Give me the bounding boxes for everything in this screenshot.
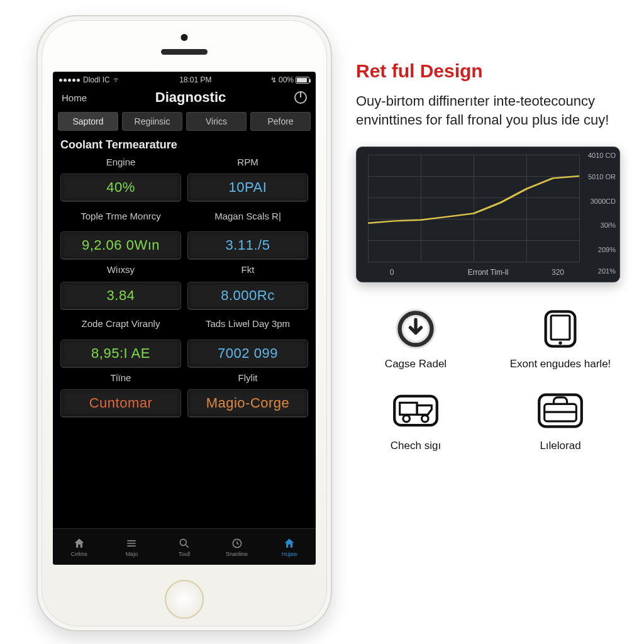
metric-value[interactable]: 40% (60, 174, 181, 201)
metric-label: Zode Crapt Viranly (60, 313, 181, 336)
tabbar-item-clock[interactable]: Snanline (211, 529, 264, 565)
tab-pefore[interactable]: Pefore (250, 112, 311, 131)
tabbar-label: Hujaw (282, 551, 297, 557)
house-icon (73, 537, 86, 550)
tabbar-item-home2[interactable]: Hujaw (263, 529, 316, 565)
power-icon[interactable] (294, 91, 307, 104)
metric-label: Magan Scals R| (187, 205, 308, 228)
section-heading: Coolant Termearature (53, 131, 316, 155)
feature-label: Chech sigı (391, 440, 441, 452)
y-tick: 209% (598, 246, 616, 253)
metric-label: Flylit (187, 371, 308, 386)
chart-panel: 4010 CO 5010 OR 3000CD 30i% 209% 201% 0 … (356, 147, 620, 282)
tabbar-label: Toull (179, 551, 191, 557)
metric-label: Wiıxsy (60, 263, 181, 277)
x-tick: 320 (552, 268, 564, 277)
svg-point-9 (403, 415, 410, 422)
feature-label: Exont engudes harle! (510, 358, 611, 370)
marketing-column: Ret ful Design Ouy-birtom diffinerıter i… (356, 60, 620, 452)
house-icon (283, 537, 296, 550)
blurb: Ouy-birtom diffinerıter inte-teotecouncy… (356, 92, 620, 129)
camera-dot (181, 34, 188, 41)
phone-frame: Dlodl IC ᯤ 18:01 PM ↯ 00% Home Diagnosti… (36, 15, 332, 631)
metric-value[interactable]: 8,95:I AE (60, 340, 181, 367)
clock-icon (231, 537, 243, 550)
speaker-slit (161, 49, 208, 55)
metric-value[interactable]: Magio-Corge (187, 389, 308, 417)
metric-value[interactable]: 7002 099 (187, 340, 308, 367)
metric-label: Fkt (187, 263, 308, 277)
segment-tabs: Saptord Regiinsic Virics Pefore (53, 112, 316, 131)
svg-point-6 (558, 341, 562, 345)
metric-label: Tads Liwel Day 3pm (187, 313, 308, 336)
metric-value[interactable]: 10PAI (187, 174, 308, 201)
home-button[interactable] (165, 580, 204, 619)
carrier-label: Dlodl IC (83, 75, 110, 84)
status-bar: Dlodl IC ᯤ 18:01 PM ↯ 00% (53, 72, 316, 86)
y-tick: 201% (598, 267, 616, 275)
battery-icon (296, 77, 309, 84)
feature-label: Cagse Radel (385, 358, 447, 370)
features-grid: Cagse Radel Exont engudes harle! Chech s… (356, 305, 620, 452)
tab-virics[interactable]: Virics (186, 112, 247, 131)
feature-item: Cagse Radel (356, 305, 475, 370)
headline: Ret ful Design (356, 60, 620, 82)
metric-value[interactable]: 9,2.06 0Wın (60, 231, 181, 259)
wifi-icon: ᯤ (113, 75, 121, 84)
page-title: Diagnostic (155, 89, 226, 106)
svg-rect-5 (551, 316, 570, 340)
x-tick: 0 (390, 268, 394, 277)
metric-label: Engine (60, 155, 181, 170)
truck-icon (392, 387, 440, 435)
svg-rect-8 (400, 402, 417, 414)
metric-label: Tiïne (60, 371, 181, 386)
tabbar-item-menu[interactable]: Majo (106, 529, 158, 565)
metric-value[interactable]: Cuntomar (60, 389, 181, 417)
clock: 18:01 PM (179, 75, 211, 84)
chart-line (368, 155, 579, 262)
metric-value[interactable]: 3.84 (60, 282, 181, 309)
signal-dots-icon (59, 79, 80, 82)
menu-icon (125, 537, 138, 550)
metric-value[interactable]: 3.11./5 (187, 231, 308, 259)
tabbar-item-search[interactable]: Toull (158, 529, 211, 565)
y-tick: 30i% (601, 221, 616, 229)
metric-label: RPM (187, 155, 308, 170)
feature-item: Lılelorad (501, 387, 620, 452)
nav-bar: Home Diagnostic (53, 86, 316, 112)
download-circle-icon (392, 305, 440, 353)
y-tick: 4010 CO (588, 152, 616, 159)
y-tick: 3000CD (591, 197, 616, 205)
y-tick: 5010 OR (588, 173, 616, 180)
briefcase-icon (536, 387, 584, 435)
tabbar-label: Snanline (226, 551, 248, 557)
battery-glyph-icon: ↯ (270, 75, 277, 84)
app-screen: Dlodl IC ᯤ 18:01 PM ↯ 00% Home Diagnosti… (53, 72, 316, 565)
feature-label: Lılelorad (540, 440, 580, 452)
tablet-icon (536, 305, 584, 353)
feature-item: Exont engudes harle! (501, 305, 620, 370)
tabbar-label: Cırkns (71, 551, 87, 557)
x-axis-label: Erront Tim-ll (468, 268, 509, 277)
metrics-grid: Engine RPM 40% 10PAI Tople Trme Monrcy M… (53, 155, 316, 417)
back-button[interactable]: Home (62, 92, 87, 103)
svg-point-0 (180, 539, 186, 545)
battery-percent: 00% (279, 75, 294, 84)
tabbar-label: Majo (126, 551, 138, 557)
metric-label: Tople Trme Monrcy (60, 205, 181, 228)
svg-point-10 (422, 415, 429, 422)
bottom-tab-bar: Cırkns Majo Toull Snanline Hujaw (53, 528, 316, 565)
tab-regiinsic[interactable]: Regiinsic (122, 112, 182, 131)
feature-item: Chech sigı (356, 387, 475, 452)
search-icon (178, 537, 191, 550)
tabbar-item-home[interactable]: Cırkns (53, 529, 106, 565)
tab-saptord[interactable]: Saptord (58, 112, 118, 131)
metric-value[interactable]: 8.000Rc (187, 282, 308, 309)
